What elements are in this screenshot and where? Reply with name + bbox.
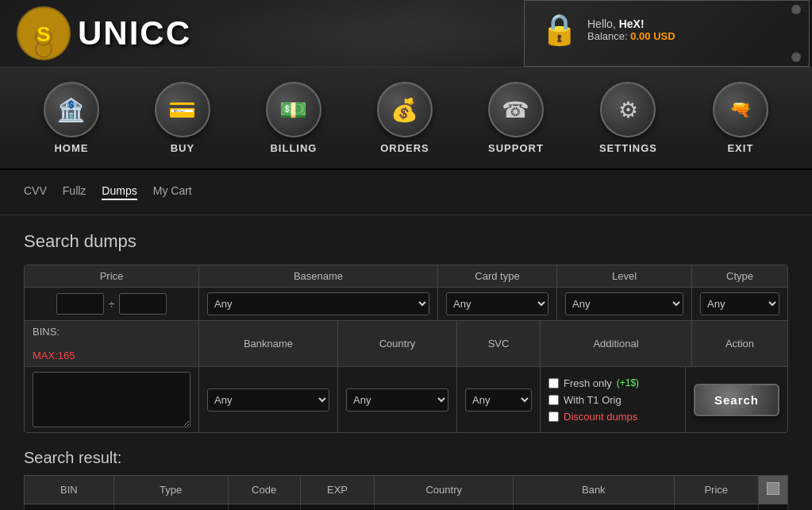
- t1orig-text: With T1 Orig: [564, 394, 622, 406]
- user-panel: 🔒 Hello, HeX! Balance: 0.00 USD: [525, 1, 809, 58]
- price-min-input[interactable]: [56, 293, 104, 315]
- bankname-select[interactable]: Any: [207, 388, 329, 411]
- discount-text: Discount dumps: [564, 411, 637, 423]
- col-country: Country: [375, 476, 514, 504]
- bins-input-cell: [25, 367, 199, 432]
- svc-select[interactable]: Any: [465, 388, 532, 411]
- type-cell: PLATINUM CREDIT VISA: [114, 504, 228, 511]
- home-label: HOME: [54, 142, 88, 154]
- country-select[interactable]: Any: [346, 388, 448, 411]
- cardtype-select[interactable]: Any: [446, 292, 548, 315]
- fresh-only-label[interactable]: Fresh only (+1$): [548, 377, 639, 389]
- t1orig-checkbox[interactable]: [548, 395, 559, 405]
- fresh-only-checkbox[interactable]: [548, 378, 559, 388]
- orders-label: ORDERS: [380, 142, 429, 154]
- price-header: Price: [25, 265, 199, 287]
- breadcrumb-cvv[interactable]: CVV: [24, 184, 47, 200]
- fresh-bonus-text: (+1$): [617, 377, 639, 388]
- col-select: [759, 476, 788, 504]
- search-button[interactable]: Search: [694, 384, 779, 416]
- price-inputs: ÷: [56, 293, 167, 315]
- breadcrumb-mycart[interactable]: My Cart: [153, 184, 192, 200]
- nav-home[interactable]: 🏦 HOME: [28, 75, 115, 160]
- level-header: Level: [557, 265, 692, 287]
- username: HeX!: [619, 17, 645, 30]
- country-header: Country: [338, 321, 457, 366]
- balance-amount: 0.00 USD: [630, 30, 675, 42]
- nav-buy[interactable]: 💳 BUY: [139, 75, 226, 160]
- lock-icon: 🔒: [541, 12, 578, 47]
- settings-label: SETTINGS: [599, 142, 657, 154]
- header: S UNICC 🔒 Hello, HeX! Balance: 0.00 USD: [0, 0, 812, 68]
- breadcrumb-dumps[interactable]: Dumps: [102, 184, 137, 200]
- additional-input-cell: Fresh only (+1$) With T1 Orig Discount d…: [541, 367, 686, 432]
- discount-checkbox[interactable]: [548, 411, 559, 422]
- price-separator: ÷: [109, 298, 115, 311]
- bin-cell: 408625: [25, 504, 114, 511]
- select-cell[interactable]: [759, 504, 788, 511]
- exp-cell: 02/14: [300, 504, 375, 511]
- buy-icon: 💳: [155, 82, 210, 137]
- form-header-row: Price Basename Card type Level Ctype: [25, 265, 787, 288]
- form-input-row1: ÷ Any Any Any Any: [25, 288, 787, 321]
- balance: Balance: 0.00 USD: [587, 30, 675, 42]
- basename-header: Basename: [199, 265, 438, 287]
- col-bin: BIN: [25, 476, 114, 504]
- exit-icon: 🔫: [713, 82, 768, 137]
- main-content: Search dumps Price Basename Card type Le…: [0, 215, 812, 510]
- bank-cell: DENIZBANK AS: [514, 504, 674, 511]
- country-cell: TURKEYKEY: [375, 504, 514, 511]
- fresh-only-text: Fresh only: [564, 377, 612, 389]
- logo-icon: S: [16, 6, 71, 61]
- logo-text: UNICC: [78, 14, 191, 52]
- support-label: SUPPORT: [488, 142, 544, 154]
- orders-icon: 💰: [377, 82, 433, 137]
- bankname-input-cell: Any: [199, 367, 338, 432]
- nav-settings[interactable]: ⚙ SETTINGS: [583, 75, 673, 160]
- breadcrumb-fullz[interactable]: Fullz: [63, 184, 87, 200]
- nav-support[interactable]: ☎ SUPPORT: [472, 75, 560, 160]
- country-input-cell: Any: [338, 367, 457, 432]
- col-code: Code: [228, 476, 300, 504]
- col-bank: Bank: [514, 476, 674, 504]
- form-input-row2: Any Any Any Fresh only (+1$): [25, 367, 787, 432]
- search-form: Price Basename Card type Level Ctype ÷ A…: [24, 265, 788, 433]
- form-header-row2: BINS: MAX:165 Bankname Country SVC Addit…: [25, 321, 787, 367]
- price-max-input[interactable]: [119, 293, 167, 315]
- ctype-select[interactable]: Any: [700, 292, 779, 315]
- logo: S UNICC: [16, 6, 191, 61]
- action-cell: Search: [686, 367, 787, 432]
- level-select[interactable]: Any: [565, 292, 683, 315]
- code-cell: 201: [228, 504, 300, 511]
- user-info: Hello, HeX! Balance: 0.00 USD: [587, 17, 675, 42]
- basename-cell: Any: [199, 288, 438, 320]
- cardtype-header: Card type: [438, 265, 557, 287]
- corner-tr: [791, 5, 801, 14]
- result-header-row: BIN Type Code EXP Country Bank Price: [25, 476, 788, 504]
- svc-input-cell: Any: [457, 367, 541, 432]
- billing-label: BILLING: [270, 142, 317, 154]
- billing-icon: 💵: [266, 82, 321, 137]
- nav-billing[interactable]: 💵 BILLING: [250, 75, 337, 160]
- result-table: BIN Type Code EXP Country Bank Price 408…: [24, 475, 788, 510]
- discount-label[interactable]: Discount dumps: [548, 411, 639, 423]
- basename-select[interactable]: Any: [207, 292, 429, 315]
- nav-orders[interactable]: 💰 ORDERS: [361, 75, 448, 160]
- bins-textarea[interactable]: [33, 372, 190, 427]
- search-title: Search dumps: [24, 231, 788, 252]
- bins-hint: MAX:165: [33, 350, 75, 361]
- action-header: Action: [692, 321, 787, 366]
- checkbox-group: Fresh only (+1$) With T1 Orig Discount d…: [548, 373, 639, 427]
- cardtype-cell: Any: [438, 288, 557, 320]
- price-cell: 65.00$: [674, 504, 758, 511]
- t1orig-label[interactable]: With T1 Orig: [548, 394, 639, 406]
- select-all-icon: [767, 482, 779, 495]
- bankname-header: Bankname: [199, 321, 338, 366]
- exit-label: EXIT: [727, 142, 753, 154]
- hello-text: Hello, HeX!: [587, 17, 675, 30]
- price-inputs-cell: ÷: [25, 288, 199, 320]
- svc-header: SVC: [457, 321, 541, 366]
- nav-exit[interactable]: 🔫 EXIT: [697, 75, 784, 160]
- breadcrumb: CVV Fullz Dumps My Cart: [0, 170, 812, 215]
- navigation: 🏦 HOME 💳 BUY 💵 BILLING 💰 ORDERS ☎ SUPPOR…: [0, 68, 812, 170]
